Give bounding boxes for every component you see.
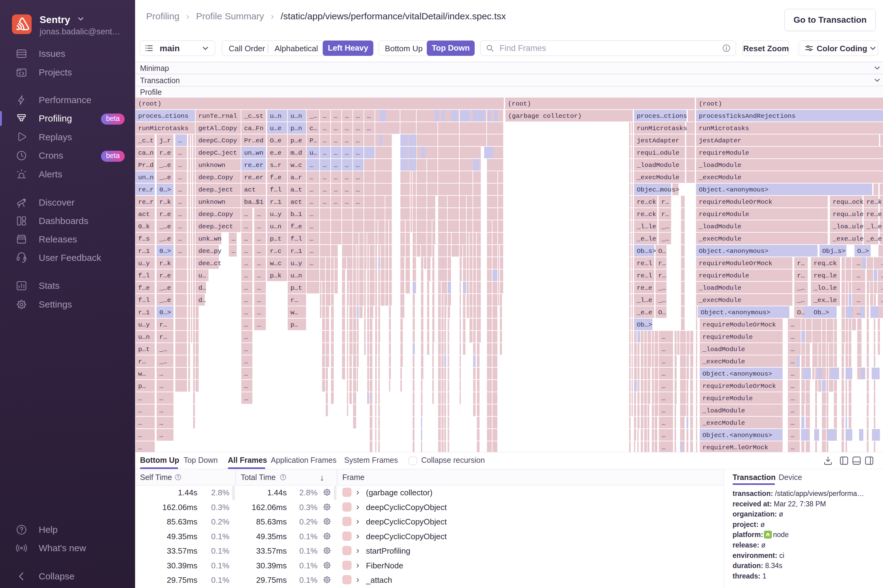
svg-text:…: … xyxy=(244,297,248,304)
svg-text:…: … xyxy=(309,211,314,218)
svg-text:re…r: re…r xyxy=(138,198,153,206)
svg-text:…: … xyxy=(356,198,360,206)
svg-text:(root): (root) xyxy=(699,100,722,107)
svg-text:_…: _… xyxy=(661,236,669,243)
svg-text:0…k: 0…k xyxy=(138,223,150,230)
svg-text:_…e: _…e xyxy=(159,174,171,181)
svg-text:_execModule: _execModule xyxy=(702,358,745,365)
svg-text:r…k: r…k xyxy=(159,198,171,206)
svg-text:…: … xyxy=(345,125,349,132)
svg-text:ca…Fn: ca…Fn xyxy=(244,125,263,132)
svg-text:processTicksAndRejections: processTicksAndRejections xyxy=(699,112,796,120)
svg-text:f…e: f…e xyxy=(138,285,150,291)
svg-text:…: … xyxy=(244,309,248,316)
svg-text:…: … xyxy=(257,272,261,279)
svg-text:r…: r… xyxy=(138,358,146,365)
svg-text:…: … xyxy=(662,395,666,402)
svg-text:…: … xyxy=(334,198,338,206)
svg-text:a…r: a…r xyxy=(290,174,302,181)
svg-text:_…: _… xyxy=(159,346,167,353)
svg-text:r…e: r…e xyxy=(159,211,171,218)
svg-text:…: … xyxy=(257,223,261,230)
svg-text:…: … xyxy=(334,186,338,194)
svg-text:requi…odule: requi…odule xyxy=(637,150,679,156)
svg-text:…: … xyxy=(178,174,182,181)
svg-text:u…: u… xyxy=(309,150,317,156)
svg-text:…: … xyxy=(178,162,182,169)
svg-text:_loadModule: _loadModule xyxy=(698,285,742,291)
svg-text:…: … xyxy=(791,444,794,451)
svg-text:…: … xyxy=(323,150,327,156)
svg-text:_c…t: _c…t xyxy=(138,137,153,144)
svg-text:…: … xyxy=(334,112,338,120)
svg-text:_…: _… xyxy=(797,297,805,304)
svg-text:0…>: 0…> xyxy=(159,186,171,194)
svg-text:p…: p… xyxy=(290,321,298,328)
svg-text:…: … xyxy=(323,125,327,132)
svg-text:…: … xyxy=(857,297,860,304)
svg-text:…: … xyxy=(159,420,163,427)
svg-text:_loadModule: _loadModule xyxy=(698,223,742,230)
svg-text:…: … xyxy=(334,125,338,132)
svg-text:Pr…d: Pr…d xyxy=(138,162,153,169)
svg-text:f…l: f…l xyxy=(270,186,282,194)
svg-text:…: … xyxy=(791,370,794,378)
svg-text:requireModule: requireModule xyxy=(703,334,753,340)
svg-text:getAl…Copy: getAl…Copy xyxy=(198,125,237,132)
svg-text:…: … xyxy=(662,407,666,414)
svg-text:…: … xyxy=(231,236,236,243)
svg-text:p…t: p…t xyxy=(290,285,302,291)
svg-text:r…: r… xyxy=(797,272,805,279)
svg-text:p…n: p…n xyxy=(290,125,302,132)
svg-text:r…e: r…e xyxy=(159,272,171,279)
svg-text:r…: r… xyxy=(661,198,669,206)
svg-text:…: … xyxy=(244,211,248,218)
svg-text:…: … xyxy=(244,236,248,243)
svg-text:requ…ule: requ…ule xyxy=(833,211,863,218)
svg-text:…: … xyxy=(662,420,666,427)
svg-text:c…: c… xyxy=(309,125,317,132)
svg-text:…: … xyxy=(257,260,261,267)
svg-text:…: … xyxy=(334,137,338,144)
svg-text:…: … xyxy=(791,420,794,427)
svg-text:d…: d… xyxy=(198,285,206,291)
svg-text:deep…Copy: deep…Copy xyxy=(198,211,233,218)
svg-text:…: … xyxy=(244,272,248,279)
svg-text:u…n: u…n xyxy=(290,272,302,279)
svg-text:…: … xyxy=(257,248,261,255)
svg-text:re…r: re…r xyxy=(138,186,153,194)
svg-text:re…e: re…e xyxy=(637,285,652,291)
svg-text:dee…py: dee…py xyxy=(198,248,222,255)
svg-text:Object.<anonymous>: Object.<anonymous> xyxy=(701,309,770,316)
svg-text:…: … xyxy=(178,137,182,144)
svg-text:…: … xyxy=(309,198,314,206)
svg-text:O…: O… xyxy=(658,248,666,255)
svg-text:…: … xyxy=(345,112,349,120)
svg-text:…: … xyxy=(178,186,182,194)
svg-text:(root): (root) xyxy=(138,100,162,107)
svg-text:…: … xyxy=(791,407,794,414)
svg-text:…: … xyxy=(159,383,163,390)
svg-text:…: … xyxy=(244,285,248,291)
svg-text:…: … xyxy=(244,370,248,378)
svg-text:dee…ct: dee…ct xyxy=(198,260,222,267)
svg-text:un…n: un…n xyxy=(138,174,153,181)
svg-text:re…e: re…e xyxy=(866,211,882,218)
svg-text:r…: r… xyxy=(658,272,666,279)
svg-text:re…k: re…k xyxy=(866,198,882,206)
svg-text:…: … xyxy=(138,395,142,402)
svg-text:u…y: u…y xyxy=(138,260,150,267)
svg-text:re…ck: re…ck xyxy=(637,198,656,206)
svg-text:deep…ject: deep…ject xyxy=(198,186,233,194)
svg-text:p…t: p…t xyxy=(138,346,150,353)
svg-text:…: … xyxy=(791,346,794,353)
svg-text:requireModuleOrMock: requireModuleOrMock xyxy=(699,198,772,206)
svg-text:f…s: f…s xyxy=(138,236,150,243)
svg-text:…: … xyxy=(159,432,163,439)
svg-text:Object.<anonymous>: Object.<anonymous> xyxy=(699,248,769,255)
svg-text:…: … xyxy=(857,285,860,291)
svg-text:O…: O… xyxy=(658,309,666,316)
svg-text:…: … xyxy=(178,211,182,218)
svg-text:…: … xyxy=(244,358,248,365)
svg-text:_e…e: _e…e xyxy=(637,309,652,316)
